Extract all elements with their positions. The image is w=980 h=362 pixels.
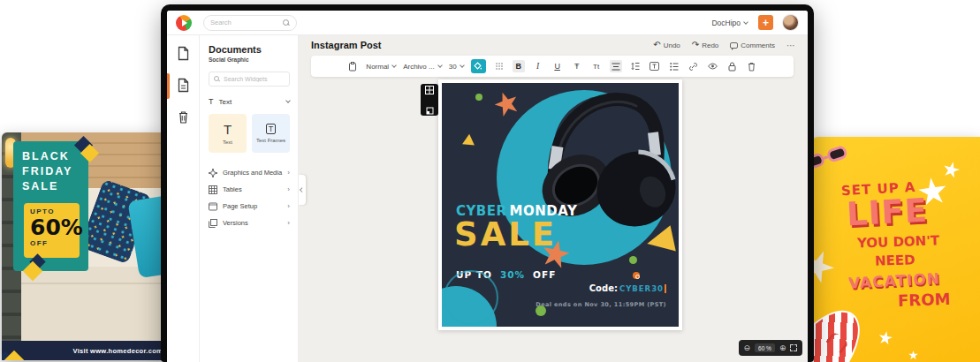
text-card-label: Text — [223, 140, 232, 145]
visibility-button[interactable] — [707, 60, 719, 72]
page-duplicate-button[interactable] — [426, 102, 434, 118]
fullscreen-icon[interactable] — [790, 344, 797, 351]
percent-text: 30% — [500, 269, 525, 280]
eye-icon — [708, 63, 718, 70]
list-icon — [670, 63, 679, 71]
panel-subtitle: Social Graphic — [209, 57, 290, 63]
vacation-poster: SET UP A LIFE YOU DON'T NEED VACATION FR… — [811, 137, 980, 362]
paragraph-style-value: Normal — [366, 63, 389, 71]
bf-off: OFF — [30, 239, 80, 247]
zoom-level-value[interactable]: 60 % — [755, 343, 775, 352]
redo-button[interactable]: ↷ Redo — [692, 41, 719, 49]
lock-button[interactable] — [726, 60, 739, 72]
list-button[interactable] — [668, 60, 680, 72]
font-size-dropdown[interactable]: 30 — [449, 63, 464, 71]
page-side-controls — [421, 84, 438, 116]
text-section-header[interactable]: T Text — [209, 97, 290, 106]
texture-fill-button[interactable] — [493, 60, 505, 72]
underline-button[interactable]: U — [551, 60, 564, 72]
sunglasses-lens — [826, 145, 849, 163]
widget-search-input[interactable] — [224, 76, 285, 82]
more-menu-button[interactable]: ⋯ — [786, 41, 795, 50]
panel-item-graphics-and-media[interactable]: Graphics and Media › — [209, 164, 290, 181]
panel-item-versions[interactable]: Versions › — [209, 215, 290, 231]
bold-glyph: B — [515, 62, 521, 71]
bf-footer-text: Visit www.homedecor.com — [72, 347, 163, 355]
italic-button[interactable]: I — [532, 60, 544, 72]
global-search[interactable] — [203, 15, 297, 31]
delete-button[interactable] — [746, 60, 758, 72]
clipboard-button[interactable] — [346, 60, 359, 72]
green-dot-shape — [475, 94, 482, 101]
star-accent — [941, 160, 961, 180]
widget-search[interactable] — [209, 72, 290, 87]
panel-collapse-handle[interactable] — [299, 175, 306, 205]
text-frame-button[interactable] — [649, 60, 661, 72]
align-center-button[interactable] — [610, 60, 622, 72]
panel-item-page-setup[interactable]: Page Setup › — [209, 198, 290, 215]
orange-star-shape — [491, 88, 520, 117]
user-avatar[interactable] — [782, 14, 799, 31]
promo-code-text[interactable]: Code: CYBER30 — [589, 283, 666, 293]
underline-glyph: U — [554, 62, 560, 71]
undo-label: Undo — [664, 41, 680, 49]
link-button[interactable] — [688, 60, 700, 72]
comment-icon — [730, 42, 738, 49]
blank-document-icon[interactable] — [177, 46, 190, 61]
deadline-text[interactable]: Deal ends on Nov 30, 11:59PM (PST) — [536, 301, 666, 308]
global-search-input[interactable] — [210, 19, 283, 26]
canvas-actions: ↶ Undo ↷ Redo Comments ⋯ — [653, 41, 795, 50]
text-case-button[interactable]: Tt — [590, 60, 603, 72]
chevron-right-icon: › — [287, 185, 290, 193]
bold-button[interactable]: B — [513, 60, 525, 72]
search-icon — [283, 19, 290, 26]
zoom-in-button[interactable]: ⊕ — [779, 344, 786, 352]
bf-line-1: BLACK — [22, 149, 88, 164]
italic-glyph: I — [536, 62, 539, 71]
paragraph-style-dropdown[interactable]: Normal — [366, 63, 396, 71]
text-frames-widget-card[interactable]: T Text Frames — [252, 114, 290, 153]
create-new-button[interactable]: + — [758, 15, 773, 30]
line-spacing-button[interactable] — [629, 60, 642, 72]
design-page[interactable]: CYBERMONDAY SALE UP TO 30% OFF — [438, 79, 682, 330]
sunglasses-photo — [811, 145, 848, 170]
black-friday-poster: BLACK FRIDAY SALE UPTO 60% OFF Visit www… — [2, 132, 168, 360]
zoom-controls: ⊖ 60 % ⊕ — [739, 340, 802, 356]
redo-label: Redo — [702, 41, 718, 49]
comments-button[interactable]: Comments — [730, 41, 775, 49]
undo-button[interactable]: ↶ Undo — [653, 41, 680, 49]
text-color-button[interactable] — [471, 59, 486, 73]
chevron-right-icon: › — [287, 219, 290, 227]
align-center-icon — [612, 63, 620, 71]
app-topbar: DocHipo + — [167, 11, 808, 35]
page-setup-icon — [209, 202, 217, 211]
formatting-toolbar: Normal Archivo ... 30 — [311, 56, 794, 77]
panel-section-list: Graphics and Media › Tables › Page Setup… — [209, 164, 290, 231]
text-section-icon: T — [209, 97, 214, 106]
workspace-label: DocHipo — [711, 19, 741, 27]
zoom-out-button[interactable]: ⊖ — [744, 344, 751, 352]
strikethrough-glyph: Ŧ — [574, 62, 580, 71]
text-widget-cards: T Text T Text Frames — [209, 114, 290, 153]
teal-ring-shape — [444, 270, 498, 325]
documents-panel: Documents Social Graphic T Text T — [200, 35, 299, 362]
workspace-dropdown[interactable]: DocHipo — [711, 19, 748, 27]
text-glyph-icon: T — [224, 123, 232, 136]
strikethrough-button[interactable]: Ŧ — [571, 60, 583, 72]
panel-item-tables[interactable]: Tables › — [209, 181, 290, 198]
panel-item-label: Graphics and Media — [223, 169, 282, 177]
vacation-line-2: LIFE — [846, 192, 929, 234]
sale-text[interactable]: SALE — [454, 215, 557, 253]
trash-icon[interactable] — [177, 109, 190, 124]
redo-icon: ↷ — [692, 41, 699, 49]
screenshot-stage: BLACK FRIDAY SALE UPTO 60% OFF Visit www… — [0, 0, 980, 362]
cyber-monday-design[interactable]: CYBERMONDAY SALE UP TO 30% OFF — [442, 83, 679, 327]
chevron-down-icon — [743, 19, 748, 25]
code-label: Code: — [589, 283, 618, 293]
font-family-dropdown[interactable]: Archivo ... — [403, 63, 442, 71]
text-widget-card[interactable]: T Text — [209, 114, 247, 153]
off-text: OFF — [533, 269, 556, 280]
page-grid-button[interactable] — [425, 82, 434, 98]
dochipo-logo-icon[interactable] — [176, 15, 192, 31]
document-text-icon[interactable] — [177, 78, 190, 93]
